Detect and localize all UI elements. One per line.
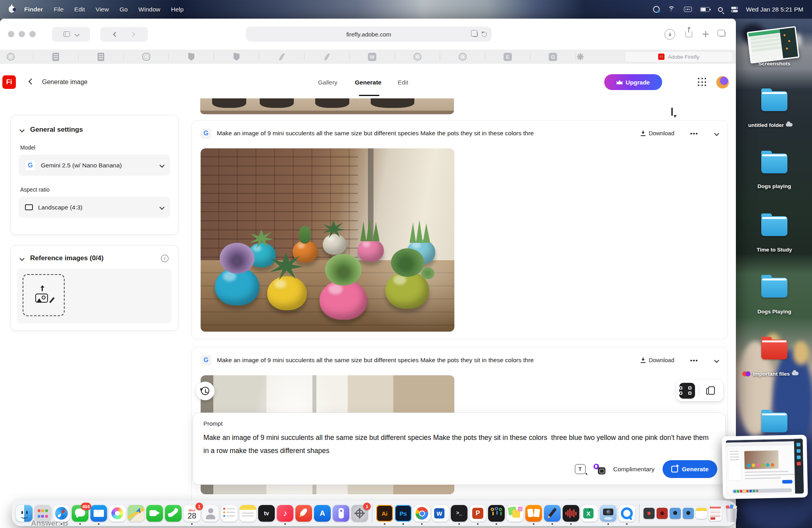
dock-phone-icon[interactable] (165, 505, 182, 522)
bookmark-doc-icon[interactable] (97, 53, 105, 61)
carousel-view-button[interactable] (708, 386, 715, 395)
screenshot-preview-window[interactable] (722, 435, 808, 499)
dock-minimized-window[interactable] (657, 508, 668, 519)
dock-maps-icon[interactable] (128, 505, 144, 522)
dock-rocket-icon[interactable] (295, 505, 312, 522)
desktop-label[interactable]: Time to Study (737, 247, 812, 253)
bookmark-doc-icon[interactable] (52, 53, 60, 61)
new-tab-button[interactable] (703, 31, 709, 37)
collapse-chevron-icon[interactable] (19, 127, 25, 132)
dock-voicememos-icon[interactable] (563, 505, 579, 522)
dock-minimized-window[interactable] (670, 508, 681, 519)
back-chevron-icon[interactable] (29, 79, 35, 85)
dock-photoshop-icon[interactable]: Ps (395, 505, 412, 522)
bookmark-swirl-icon[interactable] (142, 53, 150, 61)
desktop-icon-dogs-playing[interactable] (761, 154, 787, 173)
dock-messages-icon[interactable]: 404 (72, 505, 88, 522)
menu-item-go[interactable]: Go (119, 6, 128, 13)
dock-notes-icon[interactable] (239, 505, 256, 522)
more-options-button[interactable]: ••• (690, 130, 698, 137)
dock-trash-icon[interactable] (724, 505, 739, 522)
window-close-button[interactable] (8, 31, 14, 37)
desktop-icon-time-to-study[interactable] (761, 216, 787, 236)
window-zoom-button[interactable] (29, 31, 36, 37)
menu-item-edit[interactable]: Edit (74, 6, 85, 13)
active-tab[interactable]: Fi Adobe Firefly (625, 51, 733, 62)
dock-stickies-icon[interactable] (507, 505, 523, 522)
control-center-icon[interactable] (731, 6, 738, 13)
tab-edit[interactable]: Edit (398, 79, 408, 86)
dock-quicktime-icon[interactable] (619, 505, 635, 522)
more-options-button[interactable]: ••• (690, 357, 698, 364)
bookmark-w-icon[interactable]: W (368, 53, 376, 61)
bookmark-seal-icon[interactable] (413, 53, 421, 61)
feedback-chat-icon[interactable] (671, 108, 673, 116)
tab-gallery[interactable]: Gallery (318, 79, 337, 86)
forward-button[interactable] (130, 32, 135, 37)
dock-minimized-calendar-window[interactable] (709, 506, 722, 521)
time-machine-icon[interactable] (653, 6, 660, 13)
dock-minimized-window[interactable] (683, 508, 694, 519)
grid-view-button[interactable] (679, 383, 695, 399)
dock-minimized-window[interactable] (696, 508, 707, 519)
dock-camera-app-icon[interactable] (600, 505, 617, 522)
page-copy-icon[interactable] (472, 31, 478, 37)
dock-photos-icon[interactable] (109, 505, 126, 522)
bookmark-e-icon[interactable]: E (504, 53, 512, 61)
apple-menu-icon[interactable] (9, 6, 15, 13)
dock-excel-icon[interactable]: X (581, 505, 598, 522)
bookmark-g-icon[interactable]: G (549, 53, 557, 61)
dock-contacts-icon[interactable] (202, 505, 219, 522)
dock-settings-icon[interactable]: 1 (351, 505, 368, 522)
downloads-button[interactable] (665, 29, 675, 40)
desktop-label[interactable]: Important files (733, 370, 808, 378)
bookmark-seal-icon[interactable] (458, 53, 467, 61)
reload-icon[interactable] (481, 31, 488, 38)
dock-mail-icon[interactable] (90, 505, 107, 522)
dock-word-icon[interactable]: W (432, 505, 449, 522)
dock-powerpoint-icon[interactable]: P (469, 505, 486, 522)
text-settings-icon[interactable]: T (575, 464, 586, 474)
desktop-icon-untitled-folder[interactable] (761, 91, 787, 111)
dock-appstore-icon[interactable]: A (314, 505, 331, 522)
battery-icon[interactable] (700, 7, 710, 12)
collapse-card-chevron[interactable] (714, 131, 719, 136)
dock-finder-icon[interactable] (16, 505, 33, 522)
desktop-label[interactable]: Dogs Playing (737, 309, 812, 315)
menu-item-window[interactable]: Window (138, 6, 160, 13)
bookmark-flower-icon[interactable] (576, 53, 584, 61)
bookmark-quill-icon[interactable] (323, 53, 331, 61)
collapse-chevron-icon[interactable] (19, 256, 25, 261)
dock-launchpad-icon[interactable] (34, 505, 51, 522)
sidebar-toggle-button[interactable] (52, 27, 90, 42)
history-button[interactable] (196, 382, 214, 400)
dock-notability-icon[interactable] (544, 505, 561, 522)
bookmark-quill-icon[interactable] (278, 53, 286, 61)
dock-minimized-window[interactable] (643, 508, 655, 519)
menu-item-help[interactable]: Help (171, 6, 184, 13)
dock-terminal-icon[interactable]: >_ (451, 505, 467, 522)
dock-books-icon[interactable] (525, 505, 542, 522)
previous-generation-image[interactable] (200, 98, 454, 114)
menu-item-view[interactable]: View (96, 6, 109, 13)
desktop-label[interactable]: Dogs playing (737, 183, 812, 189)
download-button[interactable]: Download (641, 130, 674, 136)
menu-item-file[interactable]: File (54, 6, 63, 13)
wifi-icon[interactable] (668, 6, 676, 12)
bookmark-shield-icon[interactable] (232, 53, 241, 61)
upgrade-button[interactable]: Upgrade (604, 74, 662, 90)
dock-appletv-icon[interactable]: tv (258, 505, 275, 522)
tab-generate[interactable]: Generate (355, 79, 381, 86)
window-minimize-button[interactable] (19, 31, 25, 37)
apps-grid-icon[interactable] (698, 78, 707, 86)
bookmark-shield-icon[interactable] (187, 53, 195, 61)
desktop-label[interactable]: Screenshots (737, 61, 812, 67)
tab-overview-button[interactable] (719, 31, 726, 37)
desktop-label[interactable]: untitled folder (733, 122, 808, 128)
ai-model-chip-icon[interactable] (594, 464, 605, 474)
aspect-ratio-dropdown[interactable]: Landscape (4:3) (19, 197, 170, 218)
generated-image-succulents[interactable] (201, 148, 454, 332)
menu-bar-clock[interactable]: Wed Jan 28 5:21 PM (746, 6, 803, 13)
menu-app-name[interactable]: Finder (24, 6, 43, 13)
firefly-logo[interactable]: Fi (2, 75, 16, 89)
